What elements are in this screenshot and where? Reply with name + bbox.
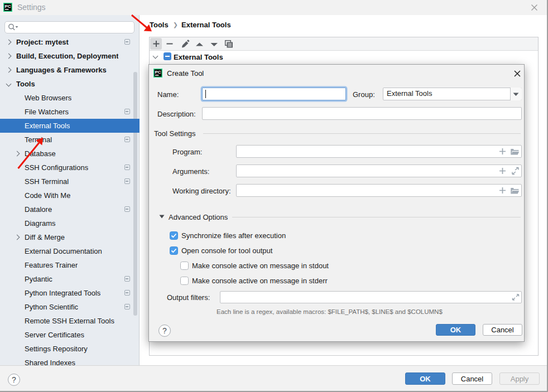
svg-text:PC: PC [4, 4, 11, 9]
svg-text:PC: PC [155, 70, 161, 75]
